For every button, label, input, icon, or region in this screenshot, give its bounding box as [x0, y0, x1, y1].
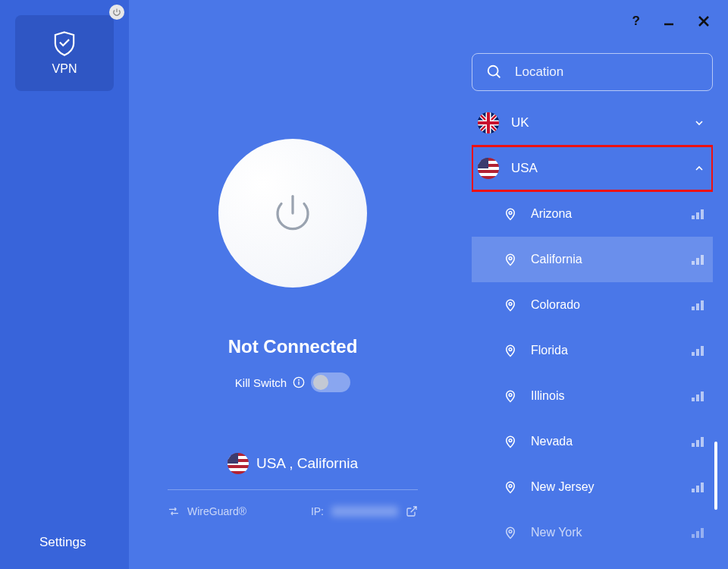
svg-rect-11: [696, 212, 699, 219]
external-link-icon[interactable]: [406, 505, 418, 517]
signal-icon: [692, 391, 705, 401]
city-label: Illinois: [531, 389, 564, 403]
svg-point-6: [488, 66, 498, 76]
svg-rect-30: [692, 443, 695, 447]
svg-point-13: [509, 257, 512, 260]
power-icon: [270, 190, 315, 236]
pin-icon: [504, 435, 517, 448]
svg-rect-31: [696, 440, 699, 447]
vpn-tab-label: VPN: [52, 62, 77, 76]
svg-point-21: [509, 348, 512, 351]
uk-flag-icon: [478, 112, 499, 134]
svg-rect-40: [701, 528, 704, 538]
pin-icon: [504, 207, 517, 221]
pin-icon: [504, 298, 517, 312]
svg-rect-12: [701, 209, 704, 219]
killswitch-label: Kill Switch: [235, 376, 287, 389]
sidebar: VPN Settings: [0, 0, 129, 569]
shield-icon: [53, 30, 76, 56]
country-label: UK: [511, 115, 529, 130]
divider: [168, 489, 418, 490]
power-badge-icon: [109, 5, 124, 20]
info-icon[interactable]: [293, 376, 305, 388]
svg-rect-20: [701, 300, 704, 310]
svg-point-17: [509, 303, 512, 306]
scrollbar[interactable]: [714, 442, 717, 510]
swap-icon[interactable]: [168, 505, 180, 517]
signal-icon: [692, 436, 705, 447]
svg-point-5: [299, 379, 300, 380]
chevron-down-icon: [693, 117, 705, 129]
pin-icon: [504, 344, 517, 357]
svg-point-37: [509, 530, 512, 533]
svg-rect-15: [696, 258, 699, 265]
country-row-uk[interactable]: UK: [472, 100, 713, 146]
settings-label: Settings: [39, 535, 86, 549]
chevron-up-icon: [693, 162, 705, 174]
pin-icon: [504, 253, 517, 266]
city-row-arizona[interactable]: Arizona: [472, 191, 713, 237]
center-panel: Not Connected Kill Switch USA , Californ…: [129, 0, 457, 569]
svg-rect-22: [692, 352, 695, 356]
pin-icon: [504, 480, 517, 494]
signal-icon: [692, 527, 705, 538]
protocol-label: WireGuard®: [187, 505, 246, 517]
svg-rect-14: [692, 261, 695, 265]
svg-rect-23: [696, 349, 699, 356]
usa-flag-icon: [228, 453, 249, 474]
main-area: ? Not Connected Kill Switch USA , Califo…: [129, 0, 728, 569]
svg-rect-36: [701, 483, 704, 492]
signal-icon: [692, 254, 705, 265]
ip-label: IP:: [311, 505, 324, 517]
svg-line-7: [497, 74, 500, 78]
vpn-tab[interactable]: VPN: [15, 15, 114, 91]
svg-rect-27: [696, 395, 699, 401]
connect-button[interactable]: [218, 139, 367, 288]
svg-point-9: [509, 212, 512, 215]
city-row-new-york[interactable]: New York: [472, 510, 713, 555]
usa-flag-icon: [478, 158, 499, 179]
search-box[interactable]: [472, 53, 713, 91]
city-row-new-jersey[interactable]: New Jersey: [472, 464, 713, 510]
signal-icon: [692, 482, 705, 492]
app-window: VPN Settings ? Not Connected Kill Switch…: [0, 0, 728, 569]
country-label: USA: [511, 161, 538, 176]
city-label: Colorado: [531, 298, 580, 312]
footer-row: WireGuard® IP:: [168, 505, 418, 517]
pin-icon: [504, 526, 517, 539]
city-label: California: [531, 253, 582, 266]
svg-rect-28: [701, 391, 704, 401]
pin-icon: [504, 389, 517, 403]
search-input[interactable]: [515, 64, 698, 80]
svg-rect-34: [692, 489, 695, 492]
city-row-florida[interactable]: Florida: [472, 328, 713, 373]
svg-rect-24: [701, 346, 704, 356]
city-label: Florida: [531, 344, 568, 357]
svg-point-25: [509, 394, 512, 397]
killswitch-row: Kill Switch: [235, 373, 350, 392]
city-label: Nevada: [531, 435, 573, 448]
svg-rect-26: [692, 398, 695, 401]
city-row-colorado[interactable]: Colorado: [472, 282, 713, 328]
svg-rect-19: [696, 303, 699, 310]
city-row-nevada[interactable]: Nevada: [472, 419, 713, 464]
signal-icon: [692, 345, 705, 356]
country-row-usa[interactable]: USA: [472, 146, 713, 191]
locations-panel: UK USA Arizona California: [457, 0, 728, 569]
svg-point-33: [509, 485, 512, 488]
svg-rect-16: [701, 255, 704, 265]
svg-rect-18: [692, 307, 695, 310]
city-row-illinois[interactable]: Illinois: [472, 373, 713, 419]
svg-rect-32: [701, 437, 704, 447]
city-label: New York: [531, 526, 582, 539]
city-label: New Jersey: [531, 480, 595, 494]
city-row-california[interactable]: California: [472, 237, 713, 282]
ip-value-blurred: [331, 506, 398, 517]
city-label: Arizona: [531, 207, 572, 221]
svg-point-29: [509, 439, 512, 442]
selected-location-row[interactable]: USA , California: [228, 453, 358, 474]
locations-list: UK USA Arizona California: [472, 100, 713, 555]
killswitch-toggle[interactable]: [311, 373, 350, 392]
settings-link[interactable]: Settings: [0, 535, 129, 550]
signal-icon: [692, 300, 705, 310]
